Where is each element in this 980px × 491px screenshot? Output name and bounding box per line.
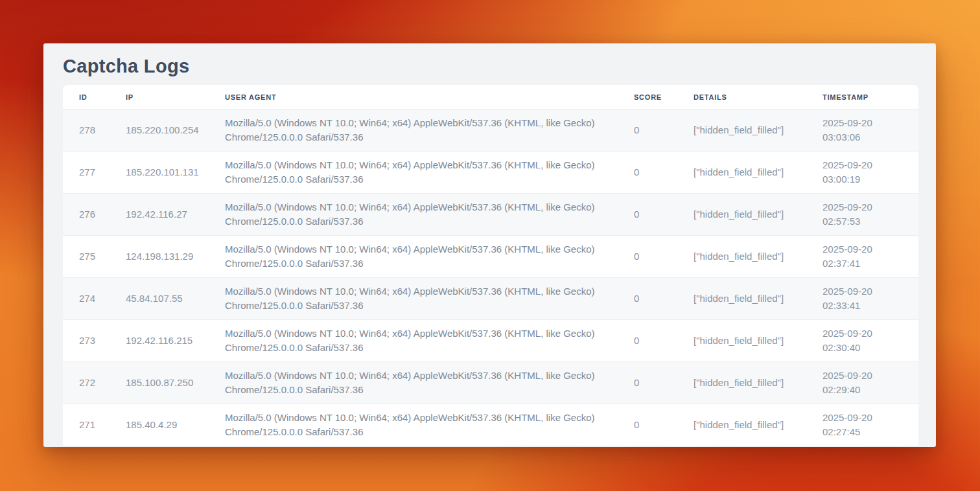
cell-timestamp: 2025-09-20 02:57:53	[822, 194, 918, 236]
cell-details: ["hidden_field_filled"]	[694, 152, 822, 194]
captcha-logs-table: ID IP USER AGENT SCORE DETAILS TIMESTAMP…	[63, 85, 918, 446]
cell-user-agent: Mozilla/5.0 (Windows NT 10.0; Win64; x64…	[225, 362, 634, 404]
cell-ip: 124.198.131.29	[126, 236, 225, 278]
page-title: Captcha Logs	[63, 54, 936, 78]
cell-id: 271	[63, 404, 126, 446]
cell-id: 275	[63, 236, 126, 278]
cell-ip: 192.42.116.27	[126, 194, 225, 236]
cell-score: 0	[634, 194, 694, 236]
cell-id: 273	[63, 320, 126, 362]
page-background: { "page": { "title": "Captcha Logs" }, "…	[0, 0, 980, 491]
cell-id: 278	[63, 109, 126, 152]
column-header-details: DETAILS	[694, 85, 822, 109]
cell-details: ["hidden_field_filled"]	[694, 362, 822, 404]
cell-score: 0	[634, 152, 694, 194]
cell-ip: 185.40.4.29	[126, 404, 225, 446]
cell-timestamp: 2025-09-20 03:03:06	[822, 109, 918, 152]
cell-ip: 185.220.101.131	[126, 152, 225, 194]
column-header-ip: IP	[126, 85, 225, 109]
cell-details: ["hidden_field_filled"]	[694, 320, 822, 362]
cell-ip: 185.100.87.250	[126, 362, 225, 404]
cell-details: ["hidden_field_filled"]	[694, 404, 822, 446]
table-body: 278 185.220.100.254 Mozilla/5.0 (Windows…	[63, 109, 918, 446]
cell-score: 0	[634, 109, 694, 152]
cell-details: ["hidden_field_filled"]	[694, 278, 822, 320]
cell-timestamp: 2025-09-20 02:37:41	[822, 236, 918, 278]
cell-score: 0	[634, 320, 694, 362]
table-row: 276 192.42.116.27 Mozilla/5.0 (Windows N…	[63, 194, 918, 236]
table-row: 273 192.42.116.215 Mozilla/5.0 (Windows …	[63, 320, 918, 362]
cell-ip: 185.220.100.254	[126, 109, 225, 152]
cell-ip: 192.42.116.215	[126, 320, 225, 362]
cell-score: 0	[634, 236, 694, 278]
cell-user-agent: Mozilla/5.0 (Windows NT 10.0; Win64; x64…	[225, 320, 634, 362]
cell-id: 274	[63, 278, 126, 320]
cell-score: 0	[634, 362, 694, 404]
table-row: 278 185.220.100.254 Mozilla/5.0 (Windows…	[63, 109, 918, 152]
cell-timestamp: 2025-09-20 02:30:40	[822, 320, 918, 362]
table-row: 274 45.84.107.55 Mozilla/5.0 (Windows NT…	[63, 278, 918, 320]
table-header-row: ID IP USER AGENT SCORE DETAILS TIMESTAMP	[63, 85, 918, 109]
cell-user-agent: Mozilla/5.0 (Windows NT 10.0; Win64; x64…	[225, 109, 634, 152]
cell-timestamp: 2025-09-20 02:29:40	[822, 362, 918, 404]
cell-score: 0	[634, 404, 694, 446]
cell-details: ["hidden_field_filled"]	[694, 194, 822, 236]
cell-user-agent: Mozilla/5.0 (Windows NT 10.0; Win64; x64…	[225, 194, 634, 236]
cell-details: ["hidden_field_filled"]	[694, 236, 822, 278]
cell-id: 276	[63, 194, 126, 236]
logs-table-container: ID IP USER AGENT SCORE DETAILS TIMESTAMP…	[63, 85, 918, 446]
column-header-user-agent: USER AGENT	[225, 85, 634, 109]
captcha-logs-card: Captcha Logs ID IP USER AGENT SCORE DETA…	[43, 43, 936, 447]
cell-user-agent: Mozilla/5.0 (Windows NT 10.0; Win64; x64…	[225, 404, 634, 446]
column-header-timestamp: TIMESTAMP	[822, 85, 918, 109]
cell-score: 0	[634, 278, 694, 320]
cell-user-agent: Mozilla/5.0 (Windows NT 10.0; Win64; x64…	[225, 236, 634, 278]
table-row: 275 124.198.131.29 Mozilla/5.0 (Windows …	[63, 236, 918, 278]
table-row: 272 185.100.87.250 Mozilla/5.0 (Windows …	[63, 362, 918, 404]
table-row: 271 185.40.4.29 Mozilla/5.0 (Windows NT …	[63, 404, 918, 446]
cell-timestamp: 2025-09-20 03:00:19	[822, 152, 918, 194]
cell-timestamp: 2025-09-20 02:33:41	[822, 278, 918, 320]
cell-ip: 45.84.107.55	[126, 278, 225, 320]
cell-user-agent: Mozilla/5.0 (Windows NT 10.0; Win64; x64…	[225, 152, 634, 194]
column-header-id: ID	[63, 85, 126, 109]
cell-user-agent: Mozilla/5.0 (Windows NT 10.0; Win64; x64…	[225, 278, 634, 320]
cell-id: 277	[63, 152, 126, 194]
column-header-score: SCORE	[634, 85, 694, 109]
cell-id: 272	[63, 362, 126, 404]
cell-timestamp: 2025-09-20 02:27:45	[822, 404, 918, 446]
cell-details: ["hidden_field_filled"]	[694, 109, 822, 152]
table-row: 277 185.220.101.131 Mozilla/5.0 (Windows…	[63, 152, 918, 194]
